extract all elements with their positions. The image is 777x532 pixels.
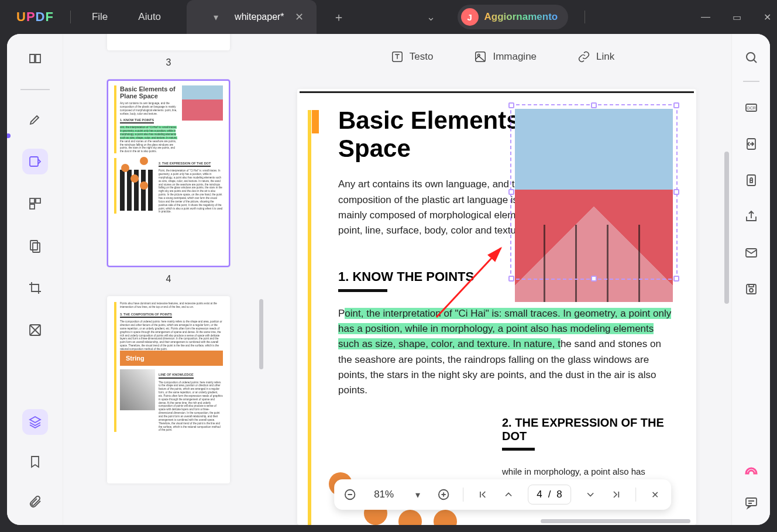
email-icon[interactable] [741, 242, 762, 263]
titlebar: UPDF File Aiuto ▾ whitepaper* ✕ ＋ ⌄ J Ag… [0, 0, 777, 34]
thumbnail-page-4[interactable]: Basic Elements of Plane Space Any art co… [107, 80, 230, 267]
thumbnail-sec2: 2. THE EXPRESSION OF THE DOT [159, 162, 211, 167]
reader-mode-icon[interactable] [22, 46, 48, 71]
close-icon[interactable]: ✕ [295, 11, 304, 23]
ai-assistant-icon[interactable] [744, 466, 758, 480]
app-logo: UPDF [16, 9, 54, 25]
section-1-paragraph: Point, the interpretation of "Ci Hai" is… [338, 306, 673, 399]
svg-rect-18 [750, 180, 752, 183]
save-icon[interactable] [741, 279, 762, 300]
svg-point-21 [750, 289, 753, 292]
resize-handle[interactable] [673, 102, 679, 108]
svg-rect-22 [749, 284, 754, 287]
section-2-heading: 2. THE EXPRESSION OF THE DOT [502, 416, 673, 443]
separator [463, 488, 463, 502]
app-body: 3 Basic Elements of Plane Space Any art … [7, 34, 770, 525]
heading-underline [502, 448, 535, 451]
tab-label: whitepaper* [235, 12, 284, 22]
title-accent [312, 110, 319, 133]
tool-link[interactable]: Link [577, 50, 614, 63]
left-sidebar [7, 34, 63, 525]
page-input[interactable]: 4/8 [528, 485, 571, 504]
convert-icon[interactable] [741, 133, 762, 155]
tabs-overflow-icon[interactable]: ⌄ [427, 11, 435, 23]
zoom-dropdown-icon[interactable]: ▾ [411, 488, 424, 501]
page-sep: / [548, 489, 551, 500]
layers-icon[interactable] [22, 409, 48, 435]
search-icon[interactable] [741, 47, 762, 68]
menu-file[interactable]: File [77, 11, 123, 23]
thumbnail-sec3: 3. THE COMPOSITION OF POINTS [120, 313, 172, 318]
current-page: 4 [537, 489, 542, 500]
svg-point-13 [747, 53, 755, 61]
heading-underline [338, 289, 387, 292]
forms-tool-icon[interactable] [22, 233, 48, 259]
resize-handle[interactable] [673, 276, 679, 282]
active-indicator [7, 133, 11, 138]
document-area: Testo Immagine Link Basic Elements of Pl… [274, 34, 731, 525]
separator [635, 488, 636, 502]
tool-image-label: Immagine [493, 51, 537, 63]
redact-tool-icon[interactable] [22, 317, 48, 343]
close-nav-icon[interactable]: ✕ [649, 488, 662, 501]
svg-rect-2 [36, 198, 40, 203]
crop-tool-icon[interactable] [22, 275, 48, 301]
svg-rect-0 [30, 157, 38, 166]
thumbnails-panel: 3 Basic Elements of Plane Space Any art … [63, 34, 274, 525]
tool-image[interactable]: Immagine [474, 50, 537, 63]
separator [585, 11, 585, 23]
last-page-icon[interactable] [610, 488, 623, 501]
svg-text:OCR: OCR [747, 106, 756, 110]
thumbnail-label: 3 [166, 57, 171, 68]
thumbnail-page-5[interactable]: Points also have dominant and recessive … [107, 296, 230, 483]
tool-text[interactable]: Testo [391, 50, 434, 63]
edit-tool-icon[interactable] [22, 149, 48, 174]
annotation-tool-icon[interactable] [22, 107, 48, 132]
hero-image[interactable] [515, 109, 673, 302]
separator [70, 11, 71, 23]
scrollbar[interactable] [724, 152, 729, 304]
thumbnail-sec4: LINE OF KNOWLEDGE [159, 373, 194, 378]
svg-rect-1 [30, 198, 35, 203]
svg-rect-23 [746, 498, 757, 506]
next-page-icon[interactable] [584, 488, 597, 501]
user-update-chip[interactable]: J Aggiornamento [458, 5, 569, 29]
tool-link-label: Link [596, 51, 614, 63]
tab-bar: ▾ whitepaper* ✕ ＋ ⌄ [187, 0, 435, 35]
window-minimize-icon[interactable]: — [701, 12, 710, 23]
tab-document[interactable]: ▾ whitepaper* ✕ [187, 0, 317, 35]
thumbnail-tag: String [120, 351, 223, 366]
window-maximize-icon[interactable]: ▭ [733, 12, 741, 23]
new-tab-button[interactable]: ＋ [333, 9, 345, 25]
scrollbar[interactable] [259, 299, 263, 369]
zoom-out-icon[interactable] [343, 488, 356, 501]
share-icon[interactable] [741, 206, 762, 227]
first-page-icon[interactable] [476, 488, 489, 501]
svg-rect-4 [30, 241, 37, 250]
svg-rect-3 [30, 204, 35, 209]
window-close-icon[interactable]: ✕ [764, 12, 771, 23]
comment-icon[interactable] [741, 492, 762, 513]
zoom-in-icon[interactable] [437, 488, 450, 501]
svg-rect-5 [33, 243, 40, 252]
total-pages: 8 [556, 489, 562, 500]
thumbnail-sec1: 1. KNOW THE POINTS [120, 118, 154, 123]
thumbnail-page-3[interactable] [107, 34, 230, 50]
attachment-icon[interactable] [22, 489, 48, 514]
prev-page-icon[interactable] [502, 488, 515, 501]
menu-help[interactable]: Aiuto [123, 11, 176, 23]
organize-pages-icon[interactable] [22, 191, 48, 217]
protect-icon[interactable] [741, 170, 762, 191]
tool-text-label: Testo [410, 51, 434, 63]
zoom-value: 81% [369, 489, 398, 500]
horizontal-scrollbar[interactable] [274, 518, 692, 524]
page-canvas[interactable]: Basic Elements of Plane Space Any art co… [297, 89, 696, 525]
bookmark-icon[interactable] [22, 449, 48, 475]
right-sidebar: OCR [731, 34, 770, 525]
tab-dropdown-icon[interactable]: ▾ [208, 7, 224, 28]
update-label: Aggiornamento [484, 11, 558, 23]
bottom-nav-bar: 81% ▾ 4/8 ✕ [334, 479, 671, 510]
ocr-icon[interactable]: OCR [741, 97, 762, 118]
resize-handle[interactable] [673, 189, 679, 195]
page-accent-strip [308, 110, 311, 525]
